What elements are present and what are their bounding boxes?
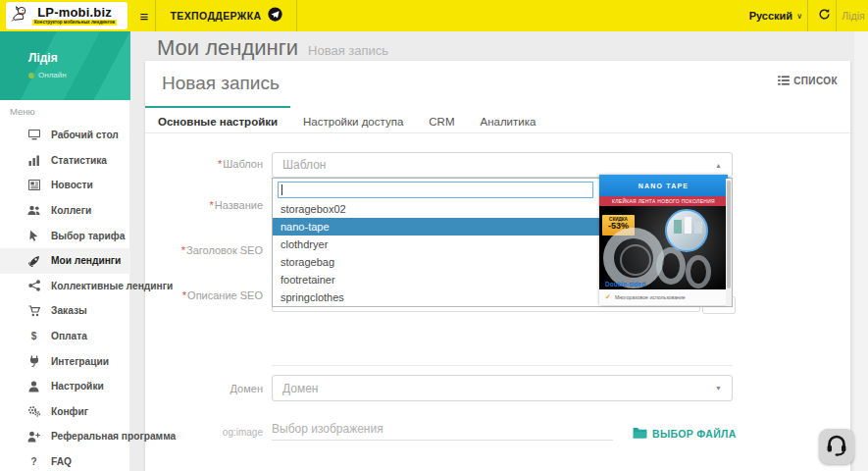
sidebar-profile: Лідія Онлайн <box>0 31 130 100</box>
seo-title-field-label: *Заголовок SEO <box>145 244 263 256</box>
chevron-down-icon: ∨ <box>796 12 802 21</box>
domain-select-placeholder: Домен <box>282 382 715 395</box>
news-icon <box>27 180 40 191</box>
language-label: Русский <box>749 10 792 22</box>
template-select-placeholder: Шаблон <box>282 158 715 172</box>
dollar-icon: $ <box>27 331 40 342</box>
name-field-label: *Название <box>145 199 263 211</box>
template-search-input[interactable] <box>278 182 593 198</box>
tab-access-settings[interactable]: Настройки доступа <box>290 106 416 132</box>
sidebar-item-referral[interactable]: Реферальная программа <box>0 424 130 449</box>
online-status-dot <box>28 73 34 78</box>
share-icon <box>27 280 40 291</box>
topbar-divider <box>296 0 297 31</box>
ogimage-input[interactable]: Выбор изображения <box>272 419 613 441</box>
list-button[interactable]: СПИСОК <box>778 72 838 89</box>
profile-name: Лідія <box>28 51 130 65</box>
colleagues-icon <box>27 205 40 217</box>
check-icon: ✓ <box>605 293 611 301</box>
sidebar-item-integrations[interactable]: Интеграции <box>0 348 130 374</box>
dropdown-scrollbar-thumb[interactable] <box>727 181 731 288</box>
sidebar-item-dashboard[interactable]: Рабочий стол <box>0 123 130 148</box>
logo[interactable]: LP-mobi.biz Конструктор мобильных лендин… <box>6 2 128 29</box>
logo-title: LP-mobi.biz <box>37 6 112 19</box>
tape-roll-large <box>603 228 664 288</box>
app-root: LP-mobi.biz Конструктор мобильных лендин… <box>0 0 868 471</box>
preview-header: NANO TAPE <box>599 175 728 196</box>
domain-field-label: Домен <box>145 383 263 394</box>
topbar-divider <box>836 0 837 31</box>
text-caret <box>281 184 282 195</box>
desktop-icon <box>27 130 40 141</box>
dropdown-scrollbar[interactable] <box>726 179 732 306</box>
tape-roll-medium <box>656 247 686 285</box>
stats-icon <box>27 154 40 166</box>
sidebar-item-faq[interactable]: ? FAQ <box>0 449 130 471</box>
sidebar-item-config[interactable]: Конфиг <box>0 399 130 425</box>
sidebar-item-collective-landings[interactable]: Коллективные лендинги <box>0 274 130 299</box>
language-selector[interactable]: Русский ∨ <box>749 0 802 31</box>
topbar-divider <box>807 0 808 31</box>
option-storagebox02[interactable]: storagebox02 <box>273 200 599 218</box>
sidebar-item-payment[interactable]: $ Оплата <box>0 324 130 349</box>
preview-footer: ✓ Многоразовое использование <box>599 289 728 305</box>
record-card: СПИСОК Новая запись Основные настройки Н… <box>145 61 850 471</box>
preview-feature: Многоразовое использование <box>615 294 686 300</box>
logo-subtitle: Конструктор мобильных лендингов <box>32 20 117 26</box>
sidebar: Лідія Онлайн Меню Рабочий стол Статистик… <box>0 31 130 471</box>
option-nano-tape[interactable]: nano-tape <box>273 218 599 236</box>
list-icon <box>778 72 790 89</box>
preview-inset-photo <box>665 209 708 252</box>
tab-analytics[interactable]: Аналитика <box>467 106 548 132</box>
card-title: Новая запись <box>162 73 280 94</box>
cart-icon <box>27 305 40 317</box>
sidebar-item-colleagues[interactable]: Коллеги <box>0 198 130 224</box>
headset-icon <box>825 433 848 460</box>
online-status-label: Онлайн <box>38 71 67 79</box>
topbar-username[interactable]: Лідія <box>839 0 868 31</box>
tech-support-label: ТЕХПОДДЕРЖКА <box>170 10 261 22</box>
template-preview-image: NANO TAPE КЛЕЙКАЯ ЛЕНТА НОВОГО ПОКОЛЕНИЯ… <box>599 175 728 305</box>
option-footretainer[interactable]: footretainer <box>273 271 599 288</box>
refresh-icon <box>818 7 831 25</box>
sidebar-item-tariff[interactable]: Выбор тарифа <box>0 223 130 248</box>
page-header: Мои лендинги Новая запись <box>157 35 388 61</box>
tape-roll-small <box>686 255 711 288</box>
menu-section-label: Меню <box>10 106 35 117</box>
option-clothdryer[interactable]: clothdryer <box>273 236 599 253</box>
form-divider <box>272 365 733 366</box>
preview-body: СКИДКА -53% Double-sided <box>599 206 728 289</box>
caret-down-icon: ▼ <box>715 385 722 392</box>
telegram-icon <box>268 7 282 26</box>
landings-rocket-icon <box>27 255 40 267</box>
refresh-button[interactable] <box>814 0 835 31</box>
domain-select[interactable]: Домен ▼ <box>272 375 733 401</box>
option-storagebag[interactable]: storagebag <box>273 253 599 271</box>
tab-bar: Основные настройки Настройки доступа CRM… <box>145 106 850 133</box>
tech-support-button[interactable]: ТЕХПОДДЕРЖКА <box>156 0 296 31</box>
hamburger-icon: ≡ <box>140 8 149 25</box>
sidebar-menu: Рабочий стол Статистика Новости Коллеги <box>0 123 130 471</box>
sidebar-item-my-landings[interactable]: Мои лендинги <box>0 248 130 274</box>
dog-mascot-icon <box>10 4 29 27</box>
list-button-label: СПИСОК <box>793 76 838 86</box>
page-scrollbar[interactable] <box>854 31 868 471</box>
hamburger-menu-button[interactable]: ≡ <box>133 0 155 31</box>
breadcrumb: Новая запись <box>308 43 388 58</box>
sidebar-item-settings[interactable]: Настройки <box>0 374 130 399</box>
preview-title: NANO TAPE <box>638 183 689 189</box>
sidebar-item-statistics[interactable]: Статистика <box>0 148 130 174</box>
file-select-button[interactable]: ВЫБОР ФАЙЛА <box>633 425 737 443</box>
option-springclothes[interactable]: springclothes <box>273 288 599 306</box>
preview-subtitle: КЛЕЙКАЯ ЛЕНТА НОВОГО ПОКОЛЕНИЯ <box>612 198 715 204</box>
template-options: storagebox02 nano-tape clothdryer storag… <box>273 200 599 306</box>
template-dropdown: storagebox02 nano-tape clothdryer storag… <box>272 178 733 307</box>
sidebar-item-orders[interactable]: Заказы <box>0 298 130 324</box>
tab-main-settings[interactable]: Основные настройки <box>145 106 290 132</box>
referral-icon <box>27 431 40 443</box>
tab-crm[interactable]: CRM <box>416 106 467 132</box>
tariff-pointer-icon <box>27 230 40 241</box>
sidebar-item-news[interactable]: Новости <box>0 173 130 198</box>
plug-icon <box>27 355 40 367</box>
support-chat-widget[interactable] <box>819 429 854 464</box>
